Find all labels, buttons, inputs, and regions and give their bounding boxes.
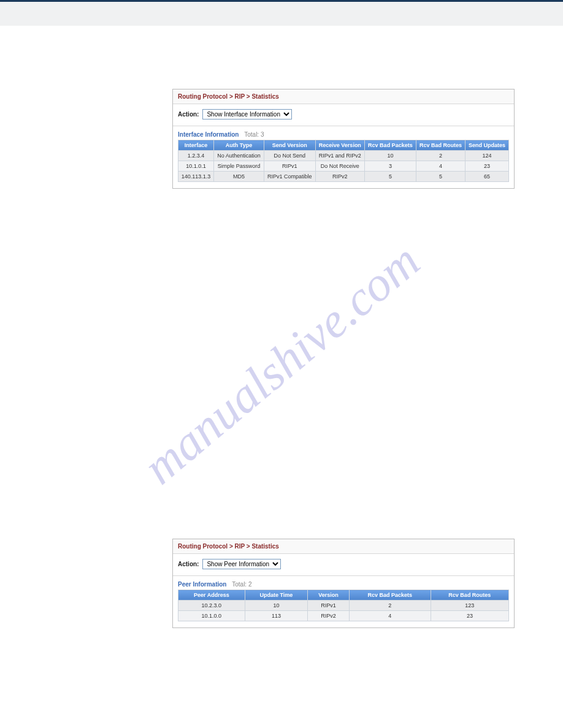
cell: 10.2.3.0: [178, 601, 245, 611]
table-row: 10.1.0.1 Simple Password RIPv1 Do Not Re…: [178, 161, 509, 172]
section-title-row: Interface Information Total: 3: [173, 126, 514, 140]
breadcrumb: Routing Protocol > RIP > Statistics: [173, 89, 514, 104]
col-update-time: Update Time: [245, 590, 307, 601]
cell: 2: [416, 151, 465, 161]
table-row: 140.113.1.3 MD5 RIPv1 Compatible RIPv2 5…: [178, 172, 509, 182]
action-label: Action:: [178, 561, 199, 567]
action-row: Action: Show Interface Information: [173, 104, 514, 126]
cell: 4: [416, 161, 465, 172]
table-row: 10.1.0.0 113 RIPv2 4 23: [178, 611, 509, 621]
breadcrumb: Routing Protocol > RIP > Statistics: [173, 539, 514, 554]
section-title: Interface Information: [178, 131, 239, 138]
action-label: Action:: [178, 111, 199, 118]
cell: RIPv2: [308, 611, 350, 621]
section-title-row: Peer Information Total: 2: [173, 576, 514, 590]
cell: 3: [364, 161, 416, 172]
cell: 10.1.0.1: [178, 161, 214, 172]
table-row: 1.2.3.4 No Authentication Do Not Send RI…: [178, 151, 509, 161]
cell: 10.1.0.0: [178, 611, 245, 621]
cell: 23: [465, 161, 509, 172]
table-row: 10.2.3.0 10 RIPv1 2 123: [178, 601, 509, 611]
col-rcv-bad-routes: Rcv Bad Routes: [416, 140, 465, 151]
col-rcv-bad-packets: Rcv Bad Packets: [349, 590, 431, 601]
rip-interface-statistics-panel: Routing Protocol > RIP > Statistics Acti…: [172, 89, 515, 189]
cell: RIPv1 Compatible: [264, 172, 315, 182]
cell: RIPv1: [264, 161, 315, 172]
peer-info-table: Peer Address Update Time Version Rcv Bad…: [178, 590, 509, 621]
action-select[interactable]: Show Interface Information: [202, 109, 292, 119]
action-select[interactable]: Show Peer Information: [202, 559, 281, 569]
col-send-updates: Send Updates: [465, 140, 509, 151]
cell: 2: [349, 601, 431, 611]
section-total: Total: 2: [232, 581, 251, 588]
cell: 123: [431, 601, 508, 611]
cell: MD5: [214, 172, 264, 182]
watermark-text: manualshive.com: [132, 233, 431, 495]
cell: 4: [349, 611, 431, 621]
cell: 5: [416, 172, 465, 182]
table-header-row: Interface Auth Type Send Version Receive…: [178, 140, 509, 151]
cell: 140.113.1.3: [178, 172, 214, 182]
section-title: Peer Information: [178, 581, 226, 588]
top-bar: [0, 0, 563, 26]
cell: Do Not Receive: [315, 161, 364, 172]
cell: 1.2.3.4: [178, 151, 214, 161]
col-receive-version: Receive Version: [315, 140, 364, 151]
cell: 10: [245, 601, 307, 611]
cell: RIPv2: [315, 172, 364, 182]
col-rcv-bad-routes: Rcv Bad Routes: [431, 590, 508, 601]
col-version: Version: [308, 590, 350, 601]
cell: RIPv1 and RIPv2: [315, 151, 364, 161]
action-row: Action: Show Peer Information: [173, 554, 514, 576]
cell: 10: [364, 151, 416, 161]
cell: Simple Password: [214, 161, 264, 172]
cell: 5: [364, 172, 416, 182]
cell: Do Not Send: [264, 151, 315, 161]
cell: No Authentication: [214, 151, 264, 161]
cell: 113: [245, 611, 307, 621]
cell: 124: [465, 151, 509, 161]
section-total: Total: 3: [244, 131, 264, 138]
cell: RIPv1: [308, 601, 350, 611]
table-header-row: Peer Address Update Time Version Rcv Bad…: [178, 590, 509, 601]
col-interface: Interface: [178, 140, 214, 151]
cell: 23: [431, 611, 508, 621]
col-rcv-bad-packets: Rcv Bad Packets: [364, 140, 416, 151]
col-auth-type: Auth Type: [214, 140, 264, 151]
col-peer-address: Peer Address: [178, 590, 245, 601]
interface-info-table: Interface Auth Type Send Version Receive…: [178, 140, 509, 182]
rip-peer-statistics-panel: Routing Protocol > RIP > Statistics Acti…: [172, 539, 515, 628]
col-send-version: Send Version: [264, 140, 315, 151]
cell: 65: [465, 172, 509, 182]
